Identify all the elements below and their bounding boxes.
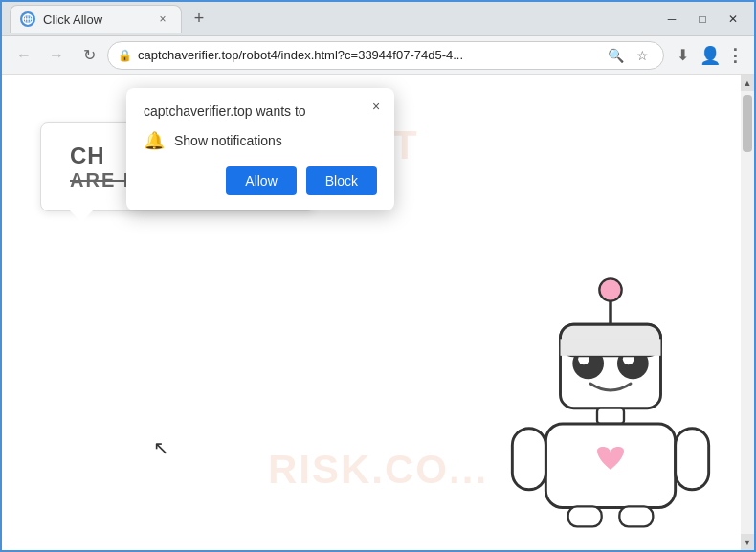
block-button[interactable]: Block	[306, 166, 377, 195]
profile-icon[interactable]: 👤	[699, 44, 722, 67]
back-button[interactable]: ←	[10, 41, 38, 70]
svg-rect-14	[676, 429, 709, 490]
browser-window: Click Allow × + ─ □ ✕ ← → ↻ 🔒 captchaver…	[2, 2, 754, 550]
bell-icon: 🔔	[144, 130, 165, 151]
dialog-close-button[interactable]: ×	[366, 96, 387, 117]
robot-illustration	[496, 263, 725, 531]
scrollbar[interactable]: ▲ ▼	[741, 75, 754, 550]
scroll-up-button[interactable]: ▲	[741, 75, 754, 91]
svg-rect-15	[568, 506, 602, 526]
address-bar[interactable]: 🔒 captchaverifier.top/robot4/index.html?…	[107, 41, 664, 70]
content-area: PTT RISK.CO... CH ARE NOT A ROBOT!	[2, 75, 754, 550]
window-controls: ─ □ ✕	[658, 6, 746, 33]
dialog-permission: 🔔 Show notifications	[144, 130, 377, 151]
browser-tab[interactable]: Click Allow ×	[10, 5, 182, 33]
menu-button[interactable]: ⋮	[723, 44, 746, 67]
svg-rect-18	[561, 339, 661, 356]
address-text: captchaverifier.top/robot4/index.html?c=…	[138, 48, 598, 62]
maximize-button[interactable]: □	[689, 6, 716, 33]
search-icon[interactable]: 🔍	[604, 44, 627, 67]
watermark-bottom: RISK.CO...	[268, 447, 488, 493]
tab-favicon	[20, 11, 35, 27]
mouse-cursor: ↖	[153, 436, 169, 459]
nav-right: ⬇ 👤 ⋮	[668, 41, 746, 70]
title-bar: Click Allow × + ─ □ ✕	[2, 2, 754, 36]
new-tab-button[interactable]: +	[186, 6, 212, 33]
svg-point-5	[599, 278, 621, 300]
page-background: PTT RISK.CO... CH ARE NOT A ROBOT!	[2, 75, 754, 550]
minimize-button[interactable]: ─	[658, 6, 685, 33]
reload-button[interactable]: ↻	[75, 41, 103, 70]
dialog-site-text: captchaverifier.top wants to	[144, 103, 377, 119]
lock-icon: 🔒	[118, 49, 132, 62]
download-icon[interactable]: ⬇	[668, 41, 697, 70]
scroll-down-button[interactable]: ▼	[741, 534, 754, 550]
navigation-bar: ← → ↻ 🔒 captchaverifier.top/robot4/index…	[2, 36, 754, 75]
dialog-buttons: Allow Block	[144, 166, 377, 195]
forward-button[interactable]: →	[42, 41, 71, 70]
close-button[interactable]: ✕	[720, 6, 746, 33]
allow-button[interactable]: Allow	[226, 166, 296, 195]
permission-text: Show notifications	[174, 133, 282, 148]
address-icons: 🔍 ☆	[604, 44, 654, 67]
svg-rect-13	[512, 429, 545, 490]
svg-rect-11	[597, 408, 624, 424]
scroll-thumb[interactable]	[743, 95, 752, 152]
permission-dialog: × captchaverifier.top wants to 🔔 Show no…	[126, 88, 394, 210]
bookmark-icon[interactable]: ☆	[631, 44, 654, 67]
tab-title: Click Allow	[43, 12, 146, 27]
svg-rect-16	[619, 506, 653, 526]
tab-close-button[interactable]: ×	[154, 11, 171, 28]
